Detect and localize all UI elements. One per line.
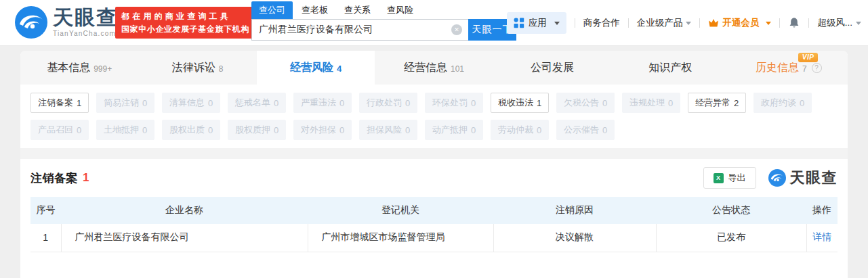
tianyancha-logo-icon	[15, 6, 47, 39]
search-tab-boss[interactable]: 查老板	[302, 1, 328, 19]
tab-basic-info[interactable]: 基本信息 999+	[20, 51, 138, 85]
filter-label: 动产抵押	[432, 124, 468, 136]
chevron-down-icon	[686, 22, 691, 28]
section-count: 1	[83, 171, 89, 185]
filter-tax-violation[interactable]: 税收违法1	[491, 93, 549, 113]
filter-label: 严重违法	[301, 97, 336, 109]
filter-row-1: 注销备案1 简易注销0 清算信息0 惩戒名单0 严重违法0 行政处罚0 环保处罚…	[30, 93, 838, 113]
filter-label: 股权出质	[169, 124, 205, 136]
filter-label: 简易注销	[104, 97, 139, 109]
filter-count: 0	[471, 125, 476, 135]
filter-serious-violation: 严重违法0	[293, 93, 352, 113]
filter-external-guarantee: 对外担保0	[293, 120, 352, 140]
nav-enterprise-products[interactable]: 企业级产品	[637, 17, 692, 29]
filter-count: 0	[800, 98, 804, 108]
filter-count: 0	[471, 98, 476, 108]
filter-administrative-penalty: 行政处罚0	[359, 93, 417, 113]
help-question-icon[interactable]	[812, 63, 822, 73]
notification-bell-icon[interactable]	[788, 17, 800, 29]
filter-sanction-list: 惩戒名单0	[228, 93, 286, 113]
divider	[779, 18, 780, 28]
filter-count: 0	[602, 125, 607, 135]
tab-operational-risk[interactable]: 经营风险 4	[257, 51, 375, 85]
tab-count: 7	[802, 64, 807, 74]
brand-domain: TianYanCha.com	[53, 30, 118, 37]
filter-label: 产品召回	[38, 124, 73, 136]
excel-icon	[714, 173, 724, 183]
section-header: 注销备案 1 导出 天眼查	[20, 159, 848, 197]
search-input[interactable]	[251, 19, 468, 41]
tab-label: 公司发展	[531, 61, 574, 75]
filter-tax-arrears: 欠税公告0	[556, 93, 615, 113]
tab-history-info[interactable]: 历史信息 7 VIP	[730, 51, 848, 85]
search-tab-relation[interactable]: 查关系	[344, 1, 371, 19]
filter-simple-cancellation: 简易注销0	[96, 93, 154, 113]
chevron-down-icon	[856, 22, 861, 28]
crown-icon	[708, 18, 719, 28]
nav-business-cooperation[interactable]: 商务合作	[583, 17, 620, 29]
section-divider	[20, 148, 848, 159]
col-company-name: 企业名称	[61, 197, 308, 224]
company-detail-card: 基本信息 999+ 法律诉讼 8 经营风险 4 经营信息 101 公司发展 知识…	[20, 51, 848, 278]
tianyancha-watermark-icon	[768, 169, 786, 187]
filter-equity-pledge: 股权质押0	[228, 120, 286, 140]
filter-label: 惩戒名单	[235, 97, 270, 109]
filter-guarantee-risk: 担保风险0	[359, 120, 417, 140]
tab-legal-proceedings[interactable]: 法律诉讼 8	[138, 51, 256, 85]
open-vip-button[interactable]: 开通会员	[708, 17, 771, 29]
tab-intellectual-property[interactable]: 知识产权	[611, 51, 729, 85]
search-tab-company[interactable]: 查公司	[251, 1, 293, 19]
filter-count: 0	[405, 98, 410, 108]
export-button[interactable]: 导出	[703, 167, 756, 189]
nav-super-risk-label: 超级风...	[817, 17, 852, 29]
filter-count: 0	[142, 98, 147, 108]
apps-menu[interactable]: 应用	[507, 12, 566, 34]
filter-label: 土地抵押	[104, 124, 139, 136]
risk-filter-area: 注销备案1 简易注销0 清算信息0 惩戒名单0 严重违法0 行政处罚0 环保处罚…	[20, 85, 848, 148]
filter-government-interview: 政府约谈0	[753, 93, 812, 113]
section-title: 注销备案	[30, 170, 78, 186]
cancellation-filing-table: 序号 企业名称 登记机关 注销原因 公告状态 操作 1 广州君兰医疗设备有限公司…	[30, 197, 838, 252]
tab-count: 8	[219, 64, 224, 74]
filter-count: 0	[339, 98, 344, 108]
filter-count: 0	[339, 125, 344, 135]
col-serial: 序号	[30, 197, 61, 224]
filter-label: 违规处理	[629, 97, 665, 109]
top-header: 天眼查 TianYanCha.com 都在用的商业查询工具 国家中小企业发展子基…	[0, 0, 868, 46]
filter-environmental-penalty: 环保处罚0	[425, 93, 483, 113]
nav-super-risk[interactable]: 超级风...	[817, 17, 861, 29]
search-tab-risk[interactable]: 查风险	[387, 1, 413, 19]
filter-cancellation-filing[interactable]: 注销备案1	[30, 93, 89, 113]
filter-label: 公示催告	[564, 124, 599, 136]
filter-violation-handling: 违规处理0	[622, 93, 680, 113]
promo-banner[interactable]: 都在用的商业查询工具 国家中小企业发展子基金旗下机构	[115, 7, 255, 39]
promo-line2: 国家中小企业发展子基金旗下机构	[121, 23, 249, 36]
cell-announcement-status: 已发布	[656, 224, 806, 252]
search-tabs: 查公司 查老板 查关系 查风险	[251, 2, 516, 19]
tab-label: 历史信息	[756, 61, 799, 75]
cell-company-name: 广州君兰医疗设备有限公司	[61, 224, 308, 252]
filter-label: 欠税公告	[564, 97, 599, 109]
divider	[628, 18, 629, 28]
tab-operating-info[interactable]: 经营信息 101	[375, 51, 493, 85]
detail-link[interactable]: 详情	[812, 231, 831, 242]
open-vip-label: 开通会员	[722, 17, 759, 29]
filter-count: 0	[142, 125, 147, 135]
search-area: 查公司 查老板 查关系 查风险 天眼一下	[251, 2, 516, 41]
section-tabbar: 基本信息 999+ 法律诉讼 8 经营风险 4 经营信息 101 公司发展 知识…	[20, 51, 848, 85]
filter-count: 0	[274, 125, 278, 135]
chevron-down-icon	[766, 22, 771, 28]
tab-count: 4	[337, 64, 342, 74]
filter-public-notice: 公示催告0	[556, 120, 615, 140]
tab-company-development[interactable]: 公司发展	[493, 51, 611, 85]
chevron-down-icon	[554, 22, 560, 28]
vip-badge: VIP	[798, 53, 819, 62]
clear-icon[interactable]	[451, 24, 462, 35]
filter-label: 劳动仲裁	[498, 124, 533, 136]
tab-count: 999+	[94, 64, 112, 74]
promo-line1: 都在用的商业查询工具	[121, 10, 249, 23]
cell-serial: 1	[30, 224, 61, 252]
tianyancha-logo[interactable]: 天眼查 TianYanCha.com	[15, 6, 118, 39]
filter-business-abnormality[interactable]: 经营异常2	[688, 93, 746, 113]
divider	[575, 18, 575, 28]
